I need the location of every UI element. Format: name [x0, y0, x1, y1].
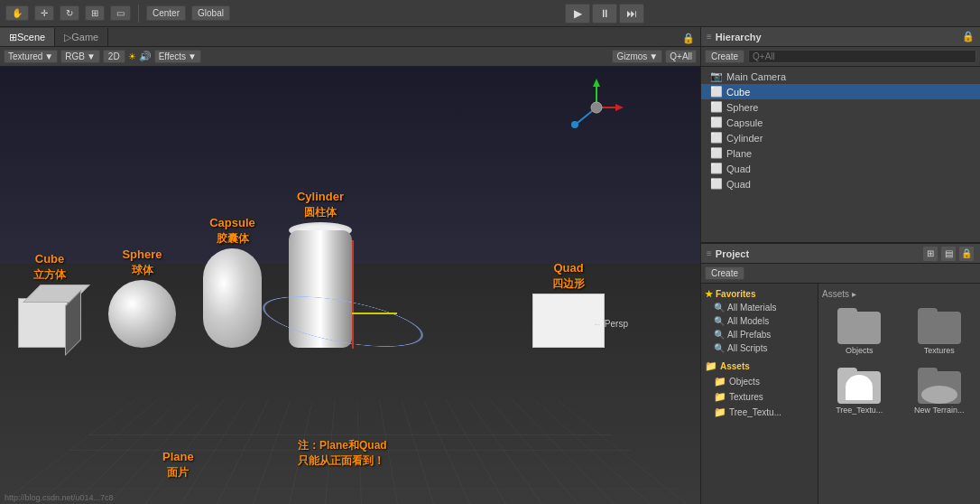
all-dropdown[interactable]: Q+All	[665, 50, 697, 63]
plane-object: Plane 面片	[162, 450, 194, 482]
pause-button[interactable]: ⏸	[592, 4, 617, 23]
yellow-axis-line	[352, 313, 397, 314]
project-create-btn[interactable]: Create	[705, 266, 744, 280]
textures-folder-icon	[918, 308, 961, 344]
assets-objects-tree[interactable]: 📁 Objects	[701, 374, 818, 389]
project-icon-btn-3[interactable]: 🔒	[958, 246, 975, 262]
favorites-label: Favorites	[716, 289, 755, 299]
rect-tool-btn[interactable]: ▭	[110, 5, 131, 21]
right-panel: ≡ Hierarchy 🔒 Create 📷 Main Camera ⬜ Cub…	[700, 27, 980, 504]
svg-point-5	[571, 121, 578, 128]
global-btn[interactable]: Global	[191, 5, 230, 21]
viewport[interactable]: Cube 立方体 Sphere 球体 Capsule	[0, 67, 700, 504]
effects-dropdown[interactable]: Effects ▼	[154, 50, 201, 63]
gizmos-label: Gizmos	[616, 51, 647, 61]
fav-all-models[interactable]: 🔍 All Models	[701, 314, 818, 328]
assets-tree-texture-tree[interactable]: 📁 Tree_Textu...	[701, 405, 818, 420]
note-area: 注：Plane和Quad 只能从正面看到！	[298, 438, 387, 469]
persp-label: ← Persp	[593, 319, 628, 329]
capsule-label: Capsule	[209, 216, 255, 229]
textured-dropdown[interactable]: Textured ▼	[4, 50, 58, 63]
move-tool-btn[interactable]: ✛	[34, 5, 54, 21]
asset-item-tree-texture[interactable]: Tree_Textu...	[822, 364, 897, 418]
tab-lock: 🔒	[677, 31, 700, 46]
hierarchy-item-sphere[interactable]: ⬜ Sphere	[701, 99, 980, 115]
capsule-3d	[203, 248, 262, 348]
folder-shape-terrain	[918, 371, 961, 404]
cylinder-label: Cylinder	[297, 190, 344, 203]
cube-label: Cube	[35, 252, 65, 266]
hierarchy-item-quad-2[interactable]: ⬜ Quad	[701, 176, 980, 191]
panel-lock-icon[interactable]: 🔒	[962, 31, 975, 42]
asset-item-textures[interactable]: Textures	[902, 304, 977, 359]
hierarchy-search-input[interactable]	[748, 50, 976, 63]
sphere-3d	[108, 280, 176, 348]
step-button[interactable]: ⏭	[619, 4, 644, 23]
capsule-hierarchy-icon: ⬜	[710, 117, 723, 128]
assets-header-label: Assets ▸	[822, 289, 856, 299]
svg-point-6	[591, 102, 602, 113]
project-assets-grid: Assets ▸ Objects	[818, 284, 980, 504]
watermark: http://blog.csdn.net/u014...7c8	[5, 493, 114, 502]
scene-toolbar: Textured ▼ RGB ▼ 2D ☀ 🔊 Effects ▼ Gizmos…	[0, 47, 700, 67]
favorites-section: ★ Favorites	[701, 287, 818, 301]
asset-item-new-terrain[interactable]: New Terrain...	[902, 364, 977, 418]
project-icon-btn-2[interactable]: ▤	[940, 246, 957, 262]
fav-all-scripts[interactable]: 🔍 All Scripts	[701, 341, 818, 355]
hierarchy-item-cube[interactable]: ⬜ Cube	[701, 84, 980, 99]
twod-btn[interactable]: 2D	[103, 50, 125, 63]
assets-label: Assets	[720, 361, 750, 371]
fav-all-materials[interactable]: 🔍 All Materials	[701, 301, 818, 314]
red-axis-line	[352, 240, 354, 349]
hierarchy-title: Hierarchy	[716, 32, 762, 42]
hierarchy-header: ≡ Hierarchy 🔒	[701, 27, 980, 47]
main-layout: ⊞ Scene ▷ Game 🔒 Textured ▼ RGB ▼ 2D ☀ 🔊	[0, 27, 980, 504]
hierarchy-item-plane[interactable]: ⬜ Plane	[701, 145, 980, 161]
quad-label-zh: 四边形	[552, 276, 585, 292]
hierarchy-panel: ≡ Hierarchy 🔒 Create 📷 Main Camera ⬜ Cub…	[701, 27, 980, 244]
gizmo	[565, 76, 628, 139]
hierarchy-item-quad-1[interactable]: ⬜ Quad	[701, 161, 980, 176]
divider-1	[138, 5, 139, 23]
capsule-label-zh: 胶囊体	[217, 231, 249, 247]
hierarchy-item-cylinder[interactable]: ⬜ Cylinder	[701, 130, 980, 145]
scene-icon: ⊞	[9, 32, 17, 43]
chevron-down-icon: ▼	[44, 51, 53, 61]
sphere-hierarchy-icon: ⬜	[710, 101, 723, 113]
note-line1: 注：Plane和Quad	[298, 438, 387, 453]
scale-tool-btn[interactable]: ⊞	[85, 5, 105, 21]
folder-shape-objects	[837, 312, 881, 344]
asset-item-objects[interactable]: Objects	[822, 304, 897, 359]
rotate-tool-btn[interactable]: ↻	[60, 5, 79, 21]
tab-game[interactable]: ▷ Game	[55, 28, 108, 46]
play-button[interactable]: ▶	[565, 4, 590, 23]
project-toolbar: Create	[701, 264, 980, 284]
tab-scene[interactable]: ⊞ Scene	[0, 28, 55, 46]
hierarchy-toolbar: Create	[701, 47, 980, 67]
project-icon-btn-1[interactable]: ⊞	[922, 246, 938, 262]
hierarchy-item-main-camera[interactable]: 📷 Main Camera	[701, 69, 980, 84]
fav-all-prefabs[interactable]: 🔍 All Prefabs	[701, 328, 818, 341]
effects-label: Effects	[159, 51, 186, 61]
game-icon: ▷	[64, 32, 71, 43]
hierarchy-list: 📷 Main Camera ⬜ Cube ⬜ Sphere ⬜ Capsule …	[701, 67, 980, 242]
chevron-down-icon-3: ▼	[188, 51, 197, 61]
sphere-label-zh: 球体	[132, 263, 153, 278]
rgb-dropdown[interactable]: RGB ▼	[60, 50, 100, 63]
center-label: Center	[153, 8, 180, 18]
quad-object: Quad 四边形	[532, 261, 605, 351]
hand-tool-btn[interactable]: ✋	[5, 5, 29, 21]
hierarchy-item-capsule[interactable]: ⬜ Capsule	[701, 115, 980, 130]
gizmos-dropdown[interactable]: Gizmos ▼	[612, 50, 662, 63]
folder-icon-objects: 📁	[714, 376, 726, 387]
play-controls: ▶ ⏸ ⏭	[565, 4, 644, 23]
hierarchy-create-btn[interactable]: Create	[705, 50, 744, 63]
assets-textures-tree[interactable]: 📁 Textures	[701, 389, 818, 405]
cylinder-object: Cylinder 圆柱体	[289, 190, 352, 351]
rgb-label: RGB	[65, 51, 85, 61]
center-btn[interactable]: Center	[146, 5, 186, 21]
chevron-down-icon-4: ▼	[649, 51, 658, 61]
scene-objects: Cube 立方体 Sphere 球体 Capsule	[18, 190, 605, 351]
objects-folder-icon	[837, 308, 881, 344]
project-body: ★ Favorites 🔍 All Materials 🔍 All Models…	[701, 284, 980, 504]
